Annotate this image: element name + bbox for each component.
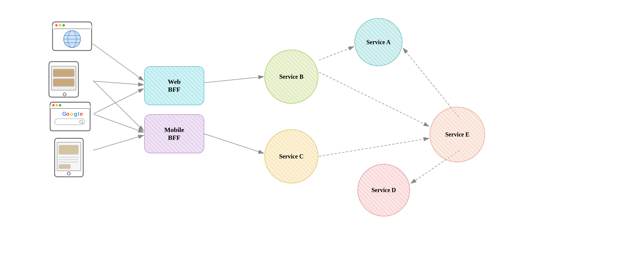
- svg-line-8: [204, 77, 264, 83]
- svg-point-20: [62, 24, 65, 26]
- svg-rect-29: [53, 69, 74, 77]
- svg-line-10: [319, 72, 429, 126]
- web-browser-icon: [51, 20, 93, 54]
- svg-line-4: [94, 114, 144, 132]
- service-e-label: Service E: [445, 131, 469, 138]
- service-e-circle: Service E: [430, 107, 485, 162]
- svg-text:e: e: [80, 111, 83, 117]
- diagram-canvas: G o o g l e Web: [0, 0, 644, 267]
- web-bff-label-line1: Web: [168, 78, 181, 86]
- svg-text:o: o: [70, 111, 73, 117]
- svg-point-37: [59, 104, 61, 106]
- svg-line-9: [204, 134, 264, 153]
- service-d-label: Service D: [372, 187, 396, 194]
- svg-point-26: [64, 31, 80, 47]
- google-browser-icon: G o o g l e: [49, 101, 92, 134]
- svg-line-3: [93, 81, 144, 85]
- service-c-label: Service C: [279, 153, 304, 160]
- mobile-bff-label-line1: Mobile: [164, 126, 184, 134]
- arrows-layer: [0, 0, 644, 267]
- service-a-label: Service A: [366, 39, 391, 46]
- svg-text:G: G: [62, 111, 66, 117]
- web-bff-label-line2: BFF: [168, 86, 181, 94]
- svg-rect-53: [59, 164, 70, 169]
- service-b-label: Service B: [279, 73, 304, 80]
- mobile-bff-box: Mobile BFF: [144, 114, 204, 153]
- tablet-icon: [47, 60, 83, 99]
- service-a-circle: Service A: [354, 18, 402, 66]
- svg-point-18: [55, 24, 58, 26]
- service-b-circle: Service B: [264, 50, 318, 104]
- svg-rect-17: [53, 25, 92, 29]
- svg-text:l: l: [78, 111, 79, 117]
- svg-line-7: [94, 89, 144, 114]
- svg-text:g: g: [74, 111, 77, 117]
- service-d-circle: Service D: [357, 164, 410, 216]
- svg-line-5: [93, 135, 144, 150]
- svg-point-36: [56, 104, 58, 106]
- svg-line-6: [93, 81, 144, 131]
- svg-point-19: [59, 24, 61, 26]
- mobile-bff-label-line2: BFF: [168, 134, 181, 142]
- mobile-tablet-icon: [52, 137, 88, 179]
- svg-rect-44: [55, 119, 85, 125]
- svg-line-2: [93, 44, 144, 81]
- service-c-circle: Service C: [264, 129, 318, 183]
- svg-rect-30: [53, 79, 74, 86]
- web-bff-box: Web BFF: [144, 66, 204, 105]
- svg-point-35: [52, 104, 55, 106]
- svg-line-14: [319, 47, 354, 60]
- svg-line-12: [403, 48, 459, 117]
- svg-line-11: [319, 138, 429, 156]
- svg-text:o: o: [66, 111, 69, 117]
- svg-rect-49: [59, 145, 78, 154]
